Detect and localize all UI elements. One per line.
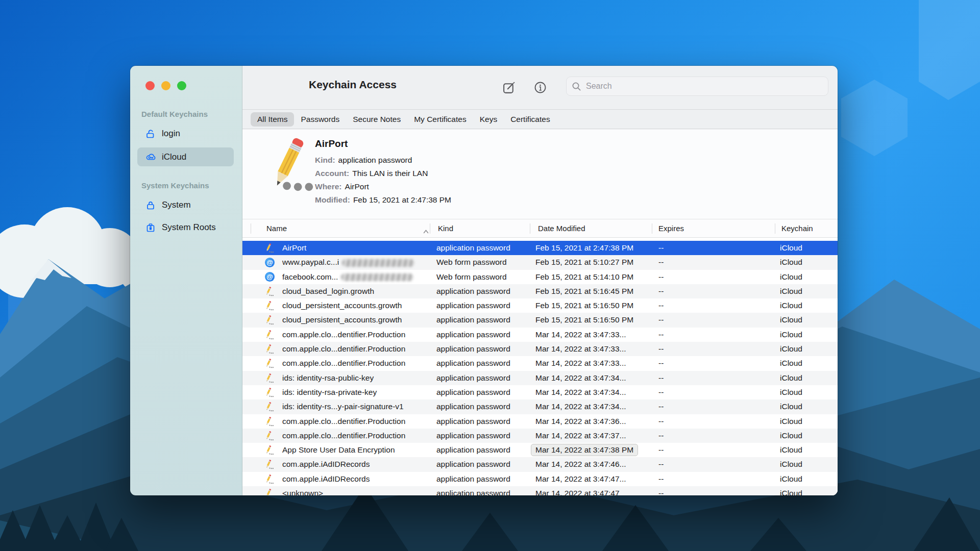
pencil-dots-icon [264, 300, 275, 311]
keychain-cell: iCloud [780, 313, 802, 327]
keychain-cell: iCloud [780, 371, 802, 385]
name-cell: com.apple.iAdIDRecords [265, 472, 370, 486]
info-icon[interactable] [533, 81, 547, 95]
compose-icon[interactable] [502, 81, 516, 95]
expires-cell: -- [658, 443, 664, 457]
tab-passwords[interactable]: Passwords [294, 112, 346, 127]
column-header-expires[interactable]: Expires [658, 219, 684, 238]
item-name: com.apple.clo...dentifier.Production [282, 431, 405, 440]
minimize-button[interactable] [161, 81, 170, 90]
table-row[interactable]: cloud_persistent_accounts.growthapplicat… [242, 313, 838, 327]
name-cell: com.apple.iAdIDRecords [265, 457, 370, 471]
expires-cell: -- [658, 486, 664, 495]
table-row[interactable]: ids: identity-rs...y-pair-signature-v1ap… [242, 399, 838, 414]
keychain-cell: iCloud [780, 328, 802, 342]
item-name: www.paypal.c...i [282, 258, 339, 266]
table-row[interactable]: com.apple.clo...dentifier.Productionappl… [242, 429, 838, 443]
detail-field-label: Where: [315, 182, 342, 191]
pencil-dots-icon [264, 431, 275, 441]
pencil-dots-icon [264, 445, 275, 455]
date-highlight-box: Mar 14, 2022 at 3:47:38 PM [531, 444, 638, 456]
kind-cell: application password [436, 356, 510, 370]
keychain-cell: iCloud [780, 284, 802, 298]
window-title: Keychain Access [309, 79, 397, 91]
table-row[interactable]: ids: identity-rsa-private-keyapplication… [242, 385, 838, 399]
kind-cell: application password [436, 298, 510, 313]
keychain-cell: iCloud [780, 270, 802, 284]
close-button[interactable] [145, 81, 155, 90]
search-icon [572, 82, 581, 91]
table-row[interactable]: App Store User Data Encryptionapplicatio… [242, 443, 838, 457]
column-header-name[interactable]: Name [266, 219, 287, 238]
kind-cell: application password [436, 472, 510, 486]
name-cell: cloud_persistent_accounts.growth [265, 313, 402, 327]
date-modified-cell: Feb 15, 2021 at 5:16:50 PM [535, 313, 633, 327]
kind-cell: application password [436, 457, 510, 471]
item-name: com.apple.clo...dentifier.Production [282, 359, 405, 367]
date-modified-cell: Feb 15, 2021 at 5:16:45 PM [535, 284, 633, 298]
cloud-key-icon [145, 152, 157, 162]
item-name: cloud_based_login.growth [282, 287, 374, 295]
pencil-dots-icon [264, 373, 275, 383]
table-row[interactable]: com.apple.iAdIDRecordsapplication passwo… [242, 472, 838, 486]
date-modified-cell: Mar 14, 2022 at 3:47:46... [535, 457, 626, 471]
sidebar-item-system[interactable]: System [137, 196, 234, 214]
column-header-date-modified[interactable]: Date Modified [538, 219, 585, 238]
name-cell: <unknown> [265, 486, 323, 495]
column-header-keychain[interactable]: Keychain [781, 219, 813, 238]
sidebar-item-system-roots[interactable]: System Roots [137, 218, 234, 237]
item-name: facebook.com... [282, 272, 338, 281]
table-row[interactable]: AirPortapplication passwordFeb 15, 2021 … [242, 241, 838, 255]
kind-cell: application password [436, 313, 510, 327]
pencil-dots-icon [264, 315, 275, 325]
keychain-cell: iCloud [780, 255, 802, 269]
table-row[interactable]: cloud_based_login.growthapplication pass… [242, 284, 838, 298]
tab-all-items[interactable]: All Items [251, 112, 294, 127]
pencil-dots-icon [264, 416, 275, 427]
table-row[interactable]: com.apple.clo...dentifier.Productionappl… [242, 328, 838, 342]
tab-my-certificates[interactable]: My Certificates [407, 112, 473, 127]
item-name: ids: identity-rsa-private-key [282, 388, 377, 396]
tab-keys[interactable]: Keys [473, 112, 504, 127]
column-header-kind[interactable]: Kind [438, 219, 453, 238]
sidebar-item-login[interactable]: login [137, 124, 234, 143]
table-row[interactable]: @www.paypal.c...iWeb form passwordFeb 15… [242, 255, 838, 269]
date-modified-cell: Mar 14, 2022 at 3:47:34... [535, 385, 626, 399]
sidebar-item-icloud[interactable]: iCloud [137, 147, 234, 166]
locked-padlock-icon [145, 200, 157, 210]
keychain-cell: iCloud [780, 298, 802, 313]
detail-field: Kind:application password [315, 154, 451, 167]
name-cell: ids: identity-rsa-private-key [265, 385, 377, 399]
search-field[interactable] [566, 77, 828, 96]
sidebar: Default KeychainsloginiCloudSystem Keych… [130, 66, 242, 495]
date-modified-cell: Mar 14, 2022 at 3:47:47 [535, 486, 620, 495]
table-row[interactable]: com.apple.clo...dentifier.Productionappl… [242, 356, 838, 370]
keychain-cell: iCloud [780, 472, 802, 486]
kind-cell: application password [436, 443, 510, 457]
keychain-cell: iCloud [780, 486, 802, 495]
zoom-button[interactable] [177, 81, 186, 90]
tab-secure-notes[interactable]: Secure Notes [346, 112, 407, 127]
table-row[interactable]: com.apple.clo...dentifier.Productionappl… [242, 414, 838, 429]
table-row[interactable]: @facebook.com...Web form passwordFeb 15,… [242, 270, 838, 284]
table-row[interactable]: <unknown>application passwordMar 14, 202… [242, 486, 838, 495]
search-input[interactable] [585, 81, 823, 91]
keychain-cell: iCloud [780, 414, 802, 429]
title-bar: Keychain Access [242, 66, 838, 109]
name-cell: ids: identity-rsa-public-key [265, 371, 374, 385]
name-cell: com.apple.clo...dentifier.Production [265, 356, 405, 370]
pencil-dots-icon [264, 488, 275, 495]
table-row[interactable]: com.apple.iAdIDRecordsapplication passwo… [242, 457, 838, 471]
table-row[interactable]: com.apple.clo...dentifier.Productionappl… [242, 342, 838, 356]
expires-cell: -- [658, 371, 664, 385]
table-row[interactable]: ids: identity-rsa-public-keyapplication … [242, 371, 838, 385]
item-name: AirPort [282, 243, 306, 252]
category-tabs: All ItemsPasswordsSecure NotesMy Certifi… [242, 109, 838, 129]
kind-cell: application password [436, 486, 510, 495]
keychain-cell: iCloud [780, 342, 802, 356]
table-row[interactable]: cloud_persistent_accounts.growthapplicat… [242, 298, 838, 313]
expires-cell: -- [658, 429, 664, 443]
detail-field: Account:This LAN is their LAN [315, 167, 451, 180]
tab-certificates[interactable]: Certificates [504, 112, 557, 127]
pencil-dots-icon [264, 344, 275, 354]
